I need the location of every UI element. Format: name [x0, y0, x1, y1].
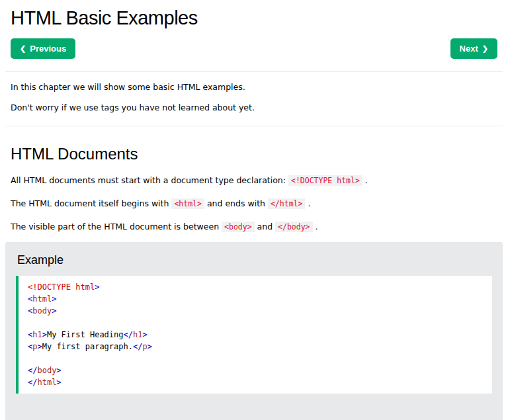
code-token: > [56, 366, 61, 375]
divider [5, 126, 503, 126]
code-token: > [52, 294, 56, 304]
code-token: > [56, 378, 61, 387]
code-token: > [142, 330, 147, 339]
inline-code: <body> [222, 222, 255, 232]
previous-button[interactable]: ❮ Previous [11, 38, 75, 59]
code-token: > [52, 306, 56, 315]
code-line [28, 317, 483, 329]
text-segment: and ends with [204, 198, 268, 208]
text-segment: . [305, 198, 310, 208]
text-segment: All HTML documents must start with a doc… [11, 175, 288, 185]
code-token: My first paragraph. [42, 342, 133, 351]
section-heading: HTML Documents [11, 144, 497, 164]
code-token: html [37, 378, 56, 387]
doc-paragraph: All HTML documents must start with a doc… [11, 174, 497, 187]
code-line: <!DOCTYPE html> [28, 281, 483, 293]
inline-code: <html> [171, 198, 204, 209]
code-line: <h1>My First Heading</h1> [28, 329, 483, 341]
code-line: </body> [28, 364, 483, 376]
page-title: HTML Basic Examples [11, 7, 497, 29]
doc-paragraph: The HTML document itself begins with <ht… [11, 197, 497, 210]
inline-code: </html> [268, 198, 305, 209]
code-token: > [95, 282, 99, 292]
code-token: body [37, 366, 56, 375]
page: { "colors": { "green": "#04AA6D", "tag":… [0, 0, 508, 420]
chevron-right-icon: ❯ [482, 44, 488, 54]
code-token: > [37, 342, 42, 351]
code-token: </ [28, 366, 37, 375]
code-line: </html> [28, 376, 483, 388]
code-token: p [142, 342, 147, 351]
doc-paragraph: The visible part of the HTML document is… [11, 220, 497, 233]
code-token: body [32, 306, 52, 315]
intro-paragraph-2: Don't worry if we use tags you have not … [11, 103, 497, 113]
code-line: <html> [28, 293, 483, 305]
code-token: </ [28, 378, 37, 387]
code-token: </ [124, 330, 133, 339]
code-line: <body> [28, 305, 483, 317]
divider [5, 71, 503, 72]
pagination-nav: ❮ Previous Next ❯ [11, 38, 497, 59]
code-token: > [148, 342, 152, 351]
main-content: HTML Basic Examples ❮ Previous Next ❯ In… [0, 7, 508, 420]
code-token: <!DOCTYPE html [28, 282, 95, 292]
text-segment: . [362, 175, 368, 185]
inline-code: <!DOCTYPE html> [288, 175, 362, 186]
code-token: </ [133, 342, 142, 351]
text-segment: The visible part of the HTML document is… [11, 222, 222, 231]
code-token: My First Heading [47, 330, 124, 339]
code-token: h1 [133, 330, 142, 339]
text-segment: The HTML document itself begins with [11, 198, 171, 208]
code-line: <p>My first paragraph.</p> [28, 341, 483, 353]
chevron-left-icon: ❮ [20, 44, 26, 54]
code-block: <!DOCTYPE html><html><body> <h1>My First… [16, 276, 492, 394]
intro-paragraph-1: In this chapter we will show some basic … [11, 82, 497, 93]
example-heading: Example [17, 253, 492, 267]
text-segment: and [255, 222, 275, 231]
example-panel: Example <!DOCTYPE html><html><body> <h1>… [5, 242, 503, 420]
code-token: > [42, 330, 47, 339]
code-line [28, 353, 483, 364]
previous-button-label: Previous [30, 44, 66, 54]
next-button[interactable]: Next ❯ [450, 38, 497, 59]
inline-code: </body> [275, 222, 312, 232]
code-token: h1 [32, 330, 42, 339]
next-button-label: Next [460, 44, 478, 54]
code-token: html [32, 294, 52, 304]
text-segment: . [313, 222, 318, 231]
